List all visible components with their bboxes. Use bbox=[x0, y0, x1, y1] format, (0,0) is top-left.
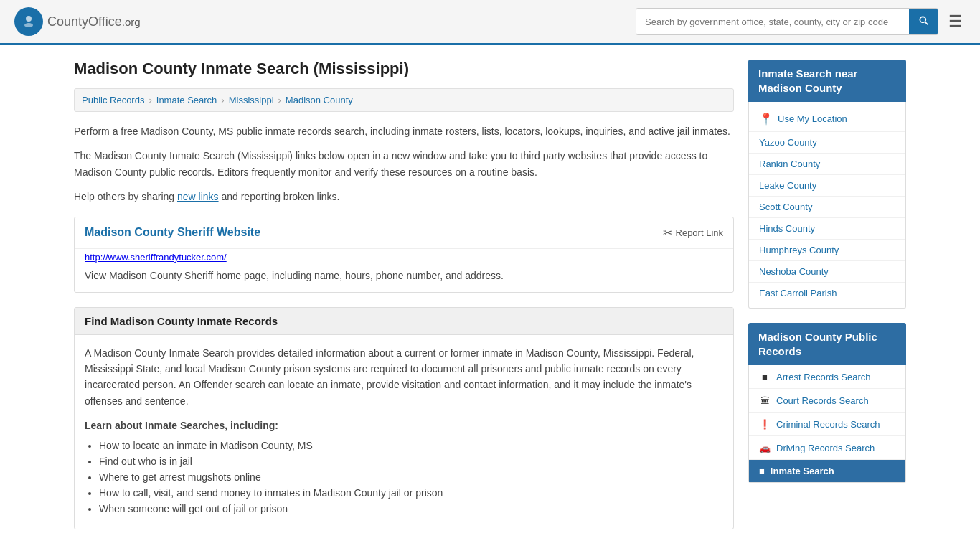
public-records-section: Madison County Public Records ■ Arrest R… bbox=[748, 323, 906, 483]
nearby-rankin: Rankin County bbox=[749, 154, 905, 175]
search-input[interactable] bbox=[636, 11, 909, 33]
logo-icon bbox=[14, 7, 43, 36]
rankin-county-link[interactable]: Rankin County bbox=[759, 159, 820, 169]
link-card-url-link[interactable]: http://www.sheriffrandytucker.com/ bbox=[85, 252, 227, 263]
new-links-link[interactable]: new links bbox=[177, 191, 219, 202]
nearby-east-carroll: East Carroll Parish bbox=[749, 283, 905, 303]
arrest-records-link[interactable]: Arrest Records Search bbox=[776, 372, 871, 382]
link-card-url: http://www.sheriffrandytucker.com/ bbox=[75, 249, 733, 265]
desc-para-3-pre: Help others by sharing bbox=[74, 191, 177, 202]
site-header: CountyOffice.org ☰ bbox=[0, 0, 980, 45]
nearby-scott: Scott County bbox=[749, 197, 905, 218]
scott-county-link[interactable]: Scott County bbox=[759, 202, 812, 212]
bullet-1: How to locate an inmate in Madison Count… bbox=[99, 440, 723, 451]
desc-para-3-post: and reporting broken links. bbox=[219, 191, 340, 202]
content-area: Madison County Inmate Search (Mississipp… bbox=[74, 60, 734, 529]
report-link-btn[interactable]: ✂ Report Link bbox=[663, 226, 723, 240]
logo-text: CountyOffice.org bbox=[47, 14, 141, 29]
east-carroll-link[interactable]: East Carroll Parish bbox=[759, 288, 837, 298]
sep1: › bbox=[149, 95, 151, 105]
sidebar: Inmate Search near Madison County 📍 Use … bbox=[748, 60, 906, 529]
public-records-body: ■ Arrest Records Search 🏛 Court Records … bbox=[748, 365, 906, 483]
pr-criminal-records: ❗ Criminal Records Search bbox=[749, 413, 905, 436]
description: Perform a free Madison County, MS public… bbox=[74, 123, 734, 205]
use-location-link[interactable]: Use My Location bbox=[778, 113, 847, 124]
hamburger-button[interactable]: ☰ bbox=[946, 9, 966, 34]
breadcrumb-madison-county[interactable]: Madison County bbox=[286, 95, 353, 105]
learn-title: Learn about Inmate Searches, including: bbox=[85, 418, 723, 433]
humphreys-county-link[interactable]: Humphreys County bbox=[759, 245, 839, 255]
search-bar bbox=[636, 8, 938, 35]
svg-point-1 bbox=[26, 16, 32, 22]
pr-driving-records: 🚗 Driving Records Search bbox=[749, 436, 905, 460]
desc-para-2: The Madison County Inmate Search (Missis… bbox=[74, 148, 734, 180]
logo-name: CountyOffice bbox=[47, 14, 122, 29]
driving-icon: 🚗 bbox=[759, 442, 771, 453]
public-records-header: Madison County Public Records bbox=[748, 323, 906, 365]
nearby-yazoo: Yazoo County bbox=[749, 132, 905, 154]
section-box-body: A Madison County Inmate Search provides … bbox=[75, 335, 733, 529]
nearby-leake: Leake County bbox=[749, 175, 905, 197]
link-card-title[interactable]: Madison County Sheriff Website bbox=[85, 226, 260, 239]
pr-arrest-records: ■ Arrest Records Search bbox=[749, 365, 905, 389]
pr-inmate-search-active: ■ Inmate Search bbox=[749, 460, 905, 482]
nearby-humphreys: Humphreys County bbox=[749, 240, 905, 261]
breadcrumb: Public Records › Inmate Search › Mississ… bbox=[74, 88, 734, 112]
nearby-hinds: Hinds County bbox=[749, 218, 905, 240]
bullet-2: Find out who is in jail bbox=[99, 456, 723, 467]
page-title: Madison County Inmate Search (Mississipp… bbox=[74, 60, 734, 78]
header-right: ☰ bbox=[636, 8, 966, 35]
breadcrumb-mississippi[interactable]: Mississippi bbox=[229, 95, 274, 105]
nearby-neshoba: Neshoba County bbox=[749, 261, 905, 283]
link-card-desc: View Madison County Sheriff home page, i… bbox=[75, 265, 733, 292]
desc-para-3: Help others by sharing new links and rep… bbox=[74, 189, 734, 204]
inmate-search-icon: ■ bbox=[759, 466, 765, 476]
inmate-search-label: Inmate Search bbox=[771, 466, 834, 476]
pr-court-records: 🏛 Court Records Search bbox=[749, 389, 905, 413]
nearby-section: Inmate Search near Madison County 📍 Use … bbox=[748, 60, 906, 309]
section-box: Find Madison County Inmate Records A Mad… bbox=[74, 307, 734, 529]
desc-para-1: Perform a free Madison County, MS public… bbox=[74, 123, 734, 139]
bullet-5: When someone will get out of jail or pri… bbox=[99, 503, 723, 514]
criminal-records-link[interactable]: Criminal Records Search bbox=[776, 419, 880, 430]
driving-records-link[interactable]: Driving Records Search bbox=[776, 443, 875, 453]
pin-icon: 📍 bbox=[759, 112, 773, 126]
bullets-list: How to locate an inmate in Madison Count… bbox=[85, 440, 723, 514]
logo-area: CountyOffice.org bbox=[14, 7, 141, 36]
section-body-text: A Madison County Inmate Search provides … bbox=[85, 345, 723, 410]
nearby-body: 📍 Use My Location Yazoo County Rankin Co… bbox=[748, 102, 906, 309]
link-card: Madison County Sheriff Website ✂ Report … bbox=[74, 217, 734, 293]
yazoo-county-link[interactable]: Yazoo County bbox=[759, 137, 817, 148]
nearby-header: Inmate Search near Madison County bbox=[748, 60, 906, 102]
report-icon: ✂ bbox=[663, 226, 672, 240]
breadcrumb-public-records[interactable]: Public Records bbox=[82, 95, 144, 105]
link-card-header: Madison County Sheriff Website ✂ Report … bbox=[75, 217, 733, 249]
criminal-icon: ❗ bbox=[759, 418, 771, 430]
sep2: › bbox=[221, 95, 224, 105]
search-button[interactable] bbox=[909, 9, 938, 34]
neshoba-county-link[interactable]: Neshoba County bbox=[759, 266, 829, 277]
use-location: 📍 Use My Location bbox=[749, 106, 905, 132]
court-icon: 🏛 bbox=[759, 395, 771, 406]
court-records-link[interactable]: Court Records Search bbox=[776, 395, 869, 406]
breadcrumb-inmate-search[interactable]: Inmate Search bbox=[156, 95, 217, 105]
arrest-icon: ■ bbox=[759, 371, 771, 382]
report-link-label: Report Link bbox=[676, 227, 723, 238]
svg-point-2 bbox=[24, 23, 33, 27]
bullet-4: How to call, visit, and send money to in… bbox=[99, 487, 723, 499]
section-box-header: Find Madison County Inmate Records bbox=[75, 308, 733, 335]
leake-county-link[interactable]: Leake County bbox=[759, 180, 816, 191]
logo-suffix: .org bbox=[122, 16, 141, 28]
bullet-3: Where to get arrest mugshots online bbox=[99, 471, 723, 483]
sep3: › bbox=[278, 95, 281, 105]
main-container: Madison County Inmate Search (Mississipp… bbox=[60, 45, 920, 544]
hinds-county-link[interactable]: Hinds County bbox=[759, 223, 815, 234]
